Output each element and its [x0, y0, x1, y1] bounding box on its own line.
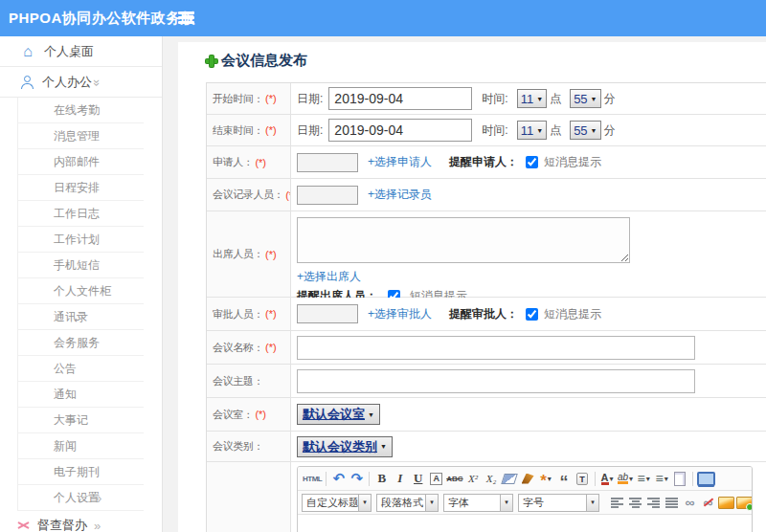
choose-approver-link[interactable]: +选择审批人 [368, 306, 432, 322]
start-date-input[interactable] [328, 87, 472, 110]
meeting-room-select[interactable]: 默认会议室▼ [297, 404, 380, 425]
form-row-approver: 审批人员：(*) +选择审批人 提醒审批人： 短消息提示 [207, 298, 766, 331]
align-left-icon[interactable] [609, 493, 625, 512]
char-border-icon[interactable]: A [428, 469, 444, 488]
sidebar-item[interactable]: 工作日志 [18, 201, 144, 227]
heading-combo[interactable]: 自定义标题▾ [302, 494, 372, 512]
italic-icon[interactable]: I [392, 469, 408, 488]
paragraph-combo[interactable]: 段落格式▾ [376, 494, 439, 512]
field-label: 会议主题： [213, 374, 263, 388]
sidebar-item[interactable]: 手机短信 [18, 253, 144, 278]
image-upload-icon[interactable] [736, 493, 753, 512]
redo-icon[interactable]: ↷ [349, 469, 365, 488]
combo-arrow-icon[interactable]: ▾ [586, 495, 598, 511]
chevron-right-icon: » [95, 485, 101, 511]
meeting-subject-input[interactable] [297, 369, 695, 393]
auto-typeset-icon[interactable]: *▾ [538, 469, 554, 488]
applicant-input[interactable] [297, 153, 358, 172]
start-minute-select[interactable]: 55▼ [570, 89, 600, 108]
sidebar-item[interactable]: 个人文件柜 [18, 278, 144, 304]
approver-input[interactable] [297, 304, 358, 323]
ordered-list-icon[interactable]: ≡▾ [636, 469, 652, 488]
sidebar-item[interactable]: 内部邮件 [18, 149, 144, 175]
sidebar-item[interactable]: 公告 [18, 356, 144, 382]
sidebar-item[interactable]: 在线考勤 [18, 98, 144, 123]
home-icon: ⌂ [20, 45, 35, 58]
choose-recorder-link[interactable]: +选择记录员 [368, 187, 432, 203]
choose-attendees-link[interactable]: +选择出席人 [297, 269, 361, 285]
sidebar-item[interactable]: 消息管理 [18, 123, 144, 149]
bold-icon[interactable]: B [373, 469, 390, 488]
highlight-color-icon[interactable]: ab▾ [618, 469, 634, 488]
sidebar-item-personal-desktop[interactable]: ⌂ 个人桌面 [0, 36, 162, 67]
start-hour-select[interactable]: 11▼ [517, 89, 547, 108]
chevron-down-icon: ▼ [380, 443, 387, 450]
attendees-textarea[interactable] [297, 217, 630, 263]
sidebar-item[interactable]: 个人设置 » [18, 485, 144, 511]
underline-icon[interactable]: U [410, 469, 426, 488]
required-mark: (*) [265, 93, 277, 104]
date-label: 日期: [297, 122, 323, 139]
sidebar-item-personal-office[interactable]: 个人办公 » [0, 67, 162, 98]
sidebar-item[interactable]: 日程安排 [18, 175, 144, 201]
insert-image-icon[interactable] [718, 493, 734, 512]
sidebar-item[interactable]: 工作计划 [18, 227, 144, 253]
font-size-combo[interactable]: 字号▾ [518, 494, 599, 512]
end-hour-select[interactable]: 11▼ [517, 121, 547, 140]
meeting-name-input[interactable] [297, 336, 695, 360]
choose-applicant-link[interactable]: +选择申请人 [368, 154, 432, 170]
format-clear-icon[interactable] [502, 469, 518, 488]
end-date-input[interactable] [328, 119, 472, 142]
field-label: 开始时间： [213, 92, 263, 106]
page-header: 会议信息发布 [178, 42, 766, 70]
hamburger-menu-icon[interactable] [178, 11, 194, 24]
combo-arrow-icon[interactable]: ▾ [358, 495, 371, 511]
app-title: PHPOA协同办公软件政务版 [0, 10, 195, 28]
recorder-input[interactable] [297, 186, 358, 205]
hour-suffix: 点 [550, 91, 561, 107]
undo-icon[interactable]: ↶ [330, 469, 347, 488]
html-source-button[interactable]: HTML [303, 469, 322, 488]
minute-suffix: 分 [604, 91, 616, 107]
sidebar-item[interactable]: 通讯录 [18, 304, 144, 330]
unlink-icon[interactable]: ∞ [700, 493, 716, 512]
sms-label: 短消息提示 [544, 154, 601, 170]
sidebar-item[interactable]: 通知 [18, 382, 144, 408]
new-page-icon[interactable] [672, 469, 688, 488]
sidebar-item-supervision[interactable]: 督查督办 » [0, 511, 162, 532]
font-color-icon[interactable]: A▾ [599, 469, 616, 488]
form-row-meeting-room: 会议室：(*) 默认会议室▼ [207, 398, 766, 432]
sidebar-item[interactable]: 会务服务 [18, 330, 144, 356]
form-row-meeting-category: 会议类别： 默认会议类别▼ [207, 432, 766, 462]
align-justify-icon[interactable] [664, 493, 680, 512]
sidebar-item[interactable]: 大事记 [18, 408, 144, 433]
superscript-icon[interactable]: X² [465, 469, 482, 488]
align-center-icon[interactable] [627, 493, 643, 512]
unordered-list-icon[interactable]: ≡▾ [654, 469, 670, 488]
editor-toolbar-row2: 自定义标题▾ 段落格式▾ 字体▾ 字号▾ [298, 491, 752, 515]
sidebar-item[interactable]: 新闻 [18, 433, 144, 459]
approver-sms-checkbox[interactable] [526, 308, 538, 321]
combo-arrow-icon[interactable]: ▾ [425, 495, 438, 511]
editor-content-area[interactable] [298, 515, 752, 532]
font-family-combo[interactable]: 字体▾ [443, 494, 513, 512]
applicant-sms-checkbox[interactable] [526, 156, 538, 168]
sidebar-item[interactable]: 电子期刊 [18, 459, 144, 485]
sms-label: 短消息提示 [544, 306, 601, 322]
align-right-icon[interactable] [645, 493, 662, 512]
format-painter-icon[interactable] [520, 469, 536, 488]
supervision-icon [17, 521, 30, 531]
paste-text-icon[interactable]: T [574, 469, 591, 488]
meeting-category-select[interactable]: 默认会议类别▼ [297, 436, 393, 457]
blockquote-icon[interactable]: “ [556, 469, 573, 488]
link-icon[interactable]: ∞ [682, 493, 698, 512]
form-row-start-time: 开始时间：(*) 日期: 时间: 11▼ 点 55▼ 分 [207, 83, 766, 115]
field-label: 结束时间： [213, 123, 263, 138]
end-minute-select[interactable]: 55▼ [570, 121, 600, 140]
fullscreen-icon[interactable] [697, 469, 715, 488]
combo-arrow-icon[interactable]: ▾ [500, 495, 512, 511]
field-label: 会议室： [213, 408, 253, 422]
subscript-icon[interactable]: X₂ [484, 469, 500, 488]
rich-text-editor: HTML ↶ ↷ B I [297, 466, 753, 532]
strikethrough-icon[interactable]: ABC [446, 469, 462, 488]
